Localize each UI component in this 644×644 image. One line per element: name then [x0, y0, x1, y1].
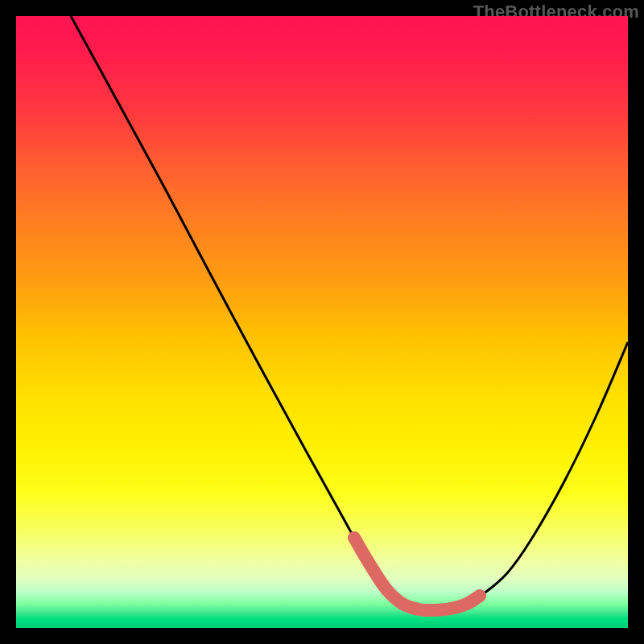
plot-area	[16, 16, 628, 628]
curve-layer	[16, 16, 628, 628]
bottleneck-curve	[71, 16, 628, 610]
chart-frame: TheBottleneck.com	[0, 0, 644, 644]
optimal-zone	[354, 538, 480, 610]
